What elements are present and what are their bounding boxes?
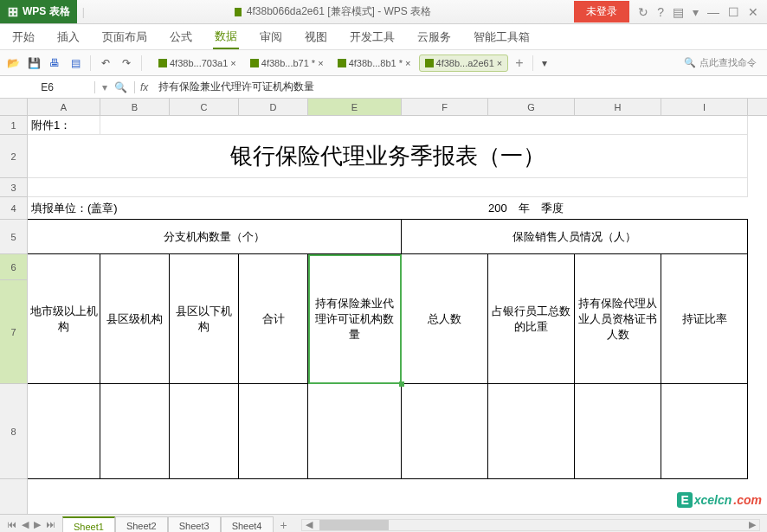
cell-header-sales[interactable]: 保险销售人员情况（人） — [402, 220, 748, 254]
fill-handle[interactable] — [399, 381, 404, 387]
row-header-7[interactable]: 7 — [0, 280, 27, 384]
col-header-F[interactable]: F — [402, 99, 488, 115]
row-header-1[interactable]: 1 — [0, 116, 27, 135]
menu-formula[interactable]: 公式 — [168, 26, 194, 48]
cell-r8-6[interactable] — [402, 384, 488, 479]
pin-icon[interactable]: ▾ — [693, 5, 699, 19]
maximize-icon[interactable]: ☐ — [728, 5, 739, 19]
minimize-icon[interactable]: — — [707, 5, 719, 19]
fx-search-icon[interactable]: 🔍 — [114, 81, 127, 93]
cell-unit[interactable]: 填报单位：(盖章) — [28, 197, 402, 220]
col-header-G[interactable]: G — [488, 99, 575, 115]
print-icon[interactable]: 🖶 — [47, 55, 62, 71]
menu-dev[interactable]: 开发工具 — [348, 26, 396, 48]
row-header-5[interactable]: 5 — [0, 220, 27, 254]
dropdown-icon[interactable]: ▾ — [537, 55, 552, 71]
scroll-left-icon[interactable]: ◀ — [306, 519, 313, 530]
cell-c1[interactable]: 地市级以上机构 — [28, 254, 100, 384]
sync-icon[interactable]: ↻ — [638, 5, 648, 19]
scroll-right-icon[interactable]: ▶ — [749, 519, 756, 530]
horizontal-scrollbar[interactable]: ◀ ▶ — [301, 519, 760, 531]
select-all-corner[interactable] — [0, 99, 28, 115]
col-header-C[interactable]: C — [170, 99, 239, 115]
row-header-6[interactable]: 6 — [0, 254, 27, 280]
add-tab-button[interactable]: + — [510, 55, 528, 71]
close-icon[interactable]: ✕ — [748, 5, 758, 19]
doc-tab[interactable]: 4f38b...b71 * × — [244, 54, 330, 72]
sheet-tab-3[interactable]: Sheet3 — [168, 516, 221, 532]
redo-icon[interactable]: ↷ — [119, 55, 134, 71]
sheet-tab-2[interactable]: Sheet2 — [115, 516, 168, 532]
sheet-nav: ⏮ ◀ ▶ ⏭ — [0, 519, 62, 530]
cell-r8-1[interactable] — [28, 384, 100, 479]
preview-icon[interactable]: ▤ — [68, 55, 83, 71]
scrollbar-thumb[interactable] — [319, 520, 389, 530]
open-icon[interactable]: 📂 — [5, 55, 21, 71]
cell-c9[interactable]: 持证比率 — [661, 254, 748, 384]
save-icon[interactable]: 💾 — [26, 55, 42, 71]
cell-header-branch[interactable]: 分支机构数量（个） — [28, 220, 402, 254]
cell-c8[interactable]: 持有保险代理从业人员资格证书人数 — [575, 254, 661, 384]
col-header-B[interactable]: B — [100, 99, 170, 115]
cell-r8-8[interactable] — [575, 384, 661, 479]
col-header-A[interactable]: A — [28, 99, 100, 115]
doc-tab-active[interactable]: 4f38b...a2e61 × — [419, 54, 509, 72]
cell-c3[interactable]: 县区以下机构 — [170, 254, 239, 384]
cell-title[interactable]: 银行保险代理业务季报表（一） — [28, 135, 748, 178]
cell-c5[interactable]: 持有保险兼业代理许可证机构数量 — [308, 254, 402, 384]
nav-next-icon[interactable]: ▶ — [32, 519, 42, 530]
cell-r8-9[interactable] — [661, 384, 748, 479]
row-header-8[interactable]: 8 — [0, 384, 27, 479]
menubar: 开始 插入 页面布局 公式 数据 审阅 视图 开发工具 云服务 智能工具箱 — [0, 24, 767, 50]
cell-B1[interactable] — [100, 116, 748, 135]
undo-icon[interactable]: ↶ — [98, 55, 113, 71]
menu-insert[interactable]: 插入 — [55, 26, 81, 48]
menu-view[interactable]: 视图 — [303, 26, 329, 48]
nav-first-icon[interactable]: ⏮ — [5, 519, 18, 530]
login-button[interactable]: 未登录 — [574, 1, 629, 22]
cell-row3[interactable] — [28, 178, 748, 197]
watermark-suffix: .com — [733, 493, 762, 507]
cell-period[interactable]: 200 年 季度 — [402, 197, 748, 220]
cell-c6[interactable]: 总人数 — [402, 254, 488, 384]
cell-r8-3[interactable] — [170, 384, 239, 479]
cell-c7[interactable]: 占银行员工总数的比重 — [488, 254, 575, 384]
row-header-3[interactable]: 3 — [0, 178, 27, 197]
menu-cloud[interactable]: 云服务 — [416, 26, 453, 48]
doc-tab-label: 4f38b...a2e61 × — [436, 58, 503, 68]
help-icon[interactable]: ? — [657, 5, 664, 19]
col-header-H[interactable]: H — [575, 99, 661, 115]
col-header-D[interactable]: D — [239, 99, 308, 115]
cell-A1[interactable]: 附件1： — [28, 116, 100, 135]
menu-data[interactable]: 数据 — [213, 25, 239, 49]
row-header-2[interactable]: 2 — [0, 135, 27, 178]
col-header-E[interactable]: E — [308, 99, 402, 115]
fx-dropdown-icon[interactable]: ▾ — [102, 81, 107, 93]
formula-input[interactable]: 持有保险兼业代理许可证机构数量 — [153, 80, 767, 94]
nav-prev-icon[interactable]: ◀ — [20, 519, 30, 530]
menu-start[interactable]: 开始 — [10, 26, 36, 48]
nav-last-icon[interactable]: ⏭ — [44, 519, 57, 530]
sheet-tab-4[interactable]: Sheet4 — [221, 516, 274, 532]
name-box[interactable]: E6 — [0, 81, 95, 93]
settings-icon[interactable]: ▤ — [673, 5, 684, 19]
col-header-I[interactable]: I — [661, 99, 748, 115]
row-header-4[interactable]: 4 — [0, 197, 27, 220]
sheet-tab-1[interactable]: Sheet1 — [62, 516, 115, 533]
watermark: E xcelcn .com — [677, 492, 762, 508]
cell-r8-2[interactable] — [100, 384, 170, 479]
add-sheet-button[interactable]: + — [274, 518, 294, 532]
cell-c4[interactable]: 合计 — [239, 254, 308, 384]
fx-label[interactable]: fx — [135, 81, 153, 93]
menu-smart[interactable]: 智能工具箱 — [472, 26, 532, 48]
doc-tab[interactable]: 4f38b...703a1 × — [152, 54, 242, 72]
menu-review[interactable]: 审阅 — [258, 26, 284, 48]
cell-r8-5[interactable] — [308, 384, 402, 479]
cell-r8-7[interactable] — [488, 384, 575, 479]
search-command[interactable]: 🔍 点此查找命令 — [679, 56, 762, 69]
cells[interactable]: 附件1： 银行保险代理业务季报表（一） 填报单位：(盖章) 200 年 季度 分… — [28, 116, 767, 514]
cell-r8-4[interactable] — [239, 384, 308, 479]
cell-c2[interactable]: 县区级机构 — [100, 254, 170, 384]
doc-tab[interactable]: 4f38b...8b1 * × — [332, 54, 417, 72]
menu-layout[interactable]: 页面布局 — [100, 26, 149, 48]
